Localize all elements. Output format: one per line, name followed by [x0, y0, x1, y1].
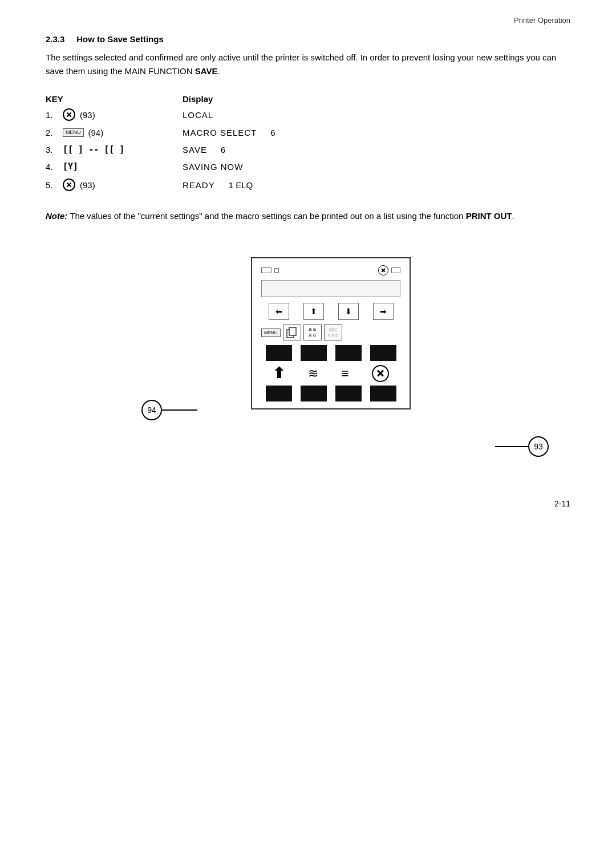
cancel-icon: [63, 179, 75, 191]
cancel-large-icon: [372, 365, 389, 382]
black-btn-5: [266, 386, 292, 401]
table-row: 1. (93) LOCAL: [46, 108, 570, 121]
table-row: 3. [[ ] -- [[ ] SAVE 6: [46, 144, 570, 155]
display-value: SAVE: [183, 145, 207, 155]
table-row: 4. [Y] SAVING NOW: [46, 161, 570, 172]
black-btn-1: [266, 345, 292, 361]
row-num: 5.: [46, 180, 58, 190]
row-num: 2.: [46, 128, 58, 137]
section-title: 2.3.3 How to Save Settings: [46, 34, 570, 44]
nav-right-btn: ➡: [373, 303, 394, 320]
display-num: 6: [270, 128, 275, 137]
key-text: (94): [88, 128, 104, 137]
header-label: Printer Operation: [514, 16, 570, 25]
printer-panel-diagram: ⬅ ⬆ ⬇ ➡ MENU a a a a ab: [251, 257, 411, 409]
intro-bold: SAVE: [195, 66, 218, 76]
callout-94-label: 94: [141, 400, 162, 420]
cancel-icon: [63, 108, 75, 121]
callout-93-line: [495, 446, 528, 447]
col-key-header: KEY: [46, 94, 183, 104]
menu-btn: MENU: [261, 328, 281, 337]
table-row: 2. MENU (94) MACRO SELECT 6: [46, 128, 570, 137]
note-area: Note: The values of the "current setting…: [46, 209, 570, 223]
svg-rect-1: [289, 327, 296, 335]
intro-text: The settings selected and confirmed are …: [46, 52, 556, 76]
indicator-bar: [261, 267, 271, 273]
note-text: The values of the "current settings" and…: [67, 211, 465, 221]
row-num: 4.: [46, 162, 58, 172]
lines-icon: ≡: [342, 366, 349, 381]
panel-lcd: [261, 280, 400, 297]
panel-large-icons: ⬆ ≋ ≡: [259, 364, 403, 382]
black-btn-2: [301, 345, 327, 361]
panel-func-buttons: MENU a a a a abc a b c: [259, 325, 403, 340]
black-btn-7: [335, 386, 362, 401]
cancel-indicator-small: [378, 265, 388, 275]
bracket-icon: [[ ] -- [[ ]: [63, 144, 124, 155]
indicator-rect: [391, 267, 400, 273]
panel-top-indicators: [259, 265, 403, 275]
display-num: 6: [221, 145, 225, 155]
section-number: 2.3.3: [46, 34, 64, 44]
y-icon: [Y]: [63, 161, 78, 172]
page-number: 2-11: [554, 499, 570, 508]
note-label: Note:: [46, 211, 67, 221]
table-header: KEY Display: [46, 94, 570, 104]
nav-up-btn: ⬆: [303, 303, 324, 320]
display-value: LOCAL: [183, 110, 213, 120]
row-num: 1.: [46, 110, 58, 120]
intro-suffix: .: [217, 66, 220, 76]
waves-icon: ≋: [308, 366, 318, 381]
panel-black-row-top: [259, 345, 403, 361]
callout-93-label: 93: [528, 436, 549, 457]
col-display-header: Display: [183, 94, 570, 104]
arrow-up-icon: ⬆: [273, 364, 285, 382]
display-num: 1 ELQ: [229, 180, 253, 190]
black-btn-3: [335, 345, 362, 361]
section-heading: How to Save Settings: [76, 34, 164, 44]
note-bold: PRINT OUT: [466, 211, 512, 221]
panel-nav-buttons: ⬅ ⬆ ⬇ ➡: [259, 303, 403, 320]
aa-btn: a a a a: [303, 325, 322, 340]
menu-icon: MENU: [63, 128, 84, 137]
black-btn-8: [370, 386, 396, 401]
black-btn-6: [301, 386, 327, 401]
key-text: (93): [80, 110, 95, 120]
note-suffix: .: [512, 211, 514, 221]
display-value: MACRO SELECT: [183, 128, 257, 137]
printer-diagram: 94 ⬅ ⬆ ⬇ ➡: [46, 246, 570, 491]
panel-black-row-bottom: [259, 386, 403, 401]
indicator-small: [274, 268, 279, 273]
nav-down-btn: ⬇: [338, 303, 359, 320]
black-btn-4: [370, 345, 396, 361]
table-row: 5. (93) READY 1 ELQ: [46, 179, 570, 191]
callout-94-line: [162, 409, 197, 411]
intro-paragraph: The settings selected and confirmed are …: [46, 51, 570, 78]
display-value: SAVING NOW: [183, 162, 243, 172]
nav-left-btn: ⬅: [269, 303, 289, 320]
row-num: 3.: [46, 145, 58, 155]
key-display-table: KEY Display 1. (93) LOCAL 2. MENU (94): [46, 94, 570, 191]
key-text: (93): [80, 180, 95, 190]
copy-btn: [283, 325, 301, 340]
abc-btn: abc a b c: [324, 325, 342, 340]
display-value: READY: [183, 180, 215, 190]
